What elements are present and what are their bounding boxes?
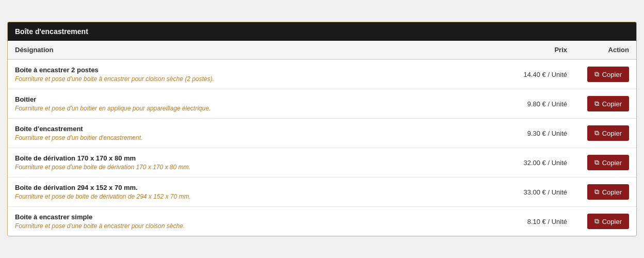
copier-label-1: Copier [602,100,622,108]
cell-action-3: ⧉ Copier [574,148,636,178]
table-row: Boitier Fourniture et pose d'un boitier … [8,89,636,119]
item-desc-5: Fourniture et pose d'une boite à encastr… [15,222,485,230]
col-header-action: Action [574,41,636,59]
cell-prix-4: 33.00 € / Unité [492,178,574,207]
item-title-5: Boite à encastrer simple [15,213,485,221]
table-title: Boîte d'encastrement [8,22,636,41]
item-title-3: Boite de dérivation 170 x 170 x 80 mm [15,154,485,162]
copier-button-5[interactable]: ⧉ Copier [587,214,629,229]
copy-icon-3: ⧉ [594,158,599,167]
item-desc-2: Fourniture et pose d'un boitier d'encast… [15,134,485,141]
copy-icon-5: ⧉ [594,217,599,225]
item-desc-1: Fourniture et pose d'un boitier en appli… [15,105,485,112]
copy-icon-1: ⧉ [594,100,599,108]
cell-designation-0: Boite à encastrer 2 postes Fourniture et… [8,59,492,89]
items-table: Désignation Prix Action Boite à encastre… [8,41,636,236]
item-desc-0: Fourniture et pose d'une boite à encastr… [15,75,485,83]
copier-label-2: Copier [602,130,622,137]
cell-action-0: ⧉ Copier [574,59,636,89]
copier-button-0[interactable]: ⧉ Copier [587,67,629,82]
cell-action-2: ⧉ Copier [574,119,636,148]
table-row: Boite de dérivation 294 x 152 x 70 mm. F… [8,178,636,207]
table-row: Boite de dérivation 170 x 170 x 80 mm Fo… [8,148,636,178]
cell-designation-3: Boite de dérivation 170 x 170 x 80 mm Fo… [8,148,492,178]
copy-icon-2: ⧉ [594,129,599,137]
item-title-2: Boite d'encastrement [15,125,485,133]
table-body: Boite à encastrer 2 postes Fourniture et… [8,59,636,236]
copier-label-0: Copier [602,71,622,78]
copier-button-1[interactable]: ⧉ Copier [587,96,629,111]
copier-label-3: Copier [602,159,622,167]
cell-action-4: ⧉ Copier [574,178,636,207]
copier-button-3[interactable]: ⧉ Copier [587,155,629,170]
copy-icon-0: ⧉ [594,70,599,78]
cell-prix-1: 9.80 € / Unité [492,89,574,119]
cell-prix-2: 9.30 € / Unité [492,119,574,148]
copy-icon-4: ⧉ [594,188,599,196]
col-header-prix: Prix [492,41,574,59]
cell-designation-5: Boite à encastrer simple Fourniture et p… [8,207,492,236]
main-container: Boîte d'encastrement Désignation Prix Ac… [7,22,637,236]
table-row: Boite à encastrer 2 postes Fourniture et… [8,59,636,89]
item-desc-4: Fourniture et pose de boite de dérivatio… [15,193,485,200]
cell-action-5: ⧉ Copier [574,207,636,236]
cell-prix-3: 32.00 € / Unité [492,148,574,178]
cell-prix-5: 8.10 € / Unité [492,207,574,236]
item-title-1: Boitier [15,95,485,103]
copier-button-4[interactable]: ⧉ Copier [587,184,629,200]
table-row: Boite à encastrer simple Fourniture et p… [8,207,636,236]
cell-designation-1: Boitier Fourniture et pose d'un boitier … [8,89,492,119]
cell-prix-0: 14.40 € / Unité [492,59,574,89]
copier-button-2[interactable]: ⧉ Copier [587,125,629,141]
item-desc-3: Fourniture et pose d'une boite de dériva… [15,164,485,171]
header-row: Désignation Prix Action [8,41,636,59]
copier-label-4: Copier [602,188,622,196]
col-header-designation: Désignation [8,41,492,59]
table-row: Boite d'encastrement Fourniture et pose … [8,119,636,148]
cell-designation-4: Boite de dérivation 294 x 152 x 70 mm. F… [8,178,492,207]
item-title-0: Boite à encastrer 2 postes [15,66,485,74]
copier-label-5: Copier [602,218,622,225]
cell-designation-2: Boite d'encastrement Fourniture et pose … [8,119,492,148]
cell-action-1: ⧉ Copier [574,89,636,119]
table-head: Désignation Prix Action [8,41,636,59]
item-title-4: Boite de dérivation 294 x 152 x 70 mm. [15,184,485,191]
